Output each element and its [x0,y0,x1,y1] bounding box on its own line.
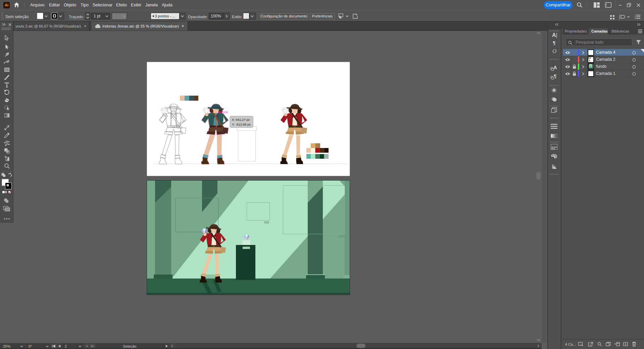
svg-text:Y: -612,88 px: Y: -612,88 px [232,122,251,126]
svg-text:X: 661,27 px: X: 661,27 px [232,118,250,121]
svg-text:âncora:: âncora: [219,110,228,114]
